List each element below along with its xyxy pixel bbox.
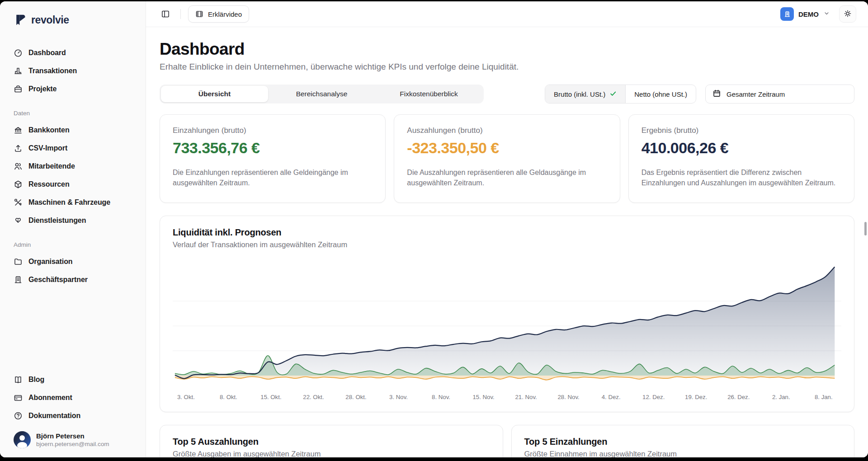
page-title: Dashboard <box>160 40 854 59</box>
kpi-description: Die Einzahlungen repräsentieren alle Gel… <box>173 167 367 188</box>
sidebar-item-geschaeftspartner[interactable]: Geschäftspartner <box>0 271 146 289</box>
users-icon <box>14 162 23 171</box>
vat-toggle: Brutto (inkl. USt.) Netto (ohne USt.) <box>545 85 696 103</box>
upload-icon <box>14 144 23 153</box>
sidebar-item-mitarbeitende[interactable]: Mitarbeitende <box>0 157 146 175</box>
sidebar-item-blog[interactable]: Blog <box>0 371 146 389</box>
film-icon <box>195 10 203 18</box>
sidebar-section-admin: Admin <box>0 241 146 248</box>
sidebar-item-label: Bankkonten <box>28 126 70 134</box>
sidebar-item-maschinen-fahrzeuge[interactable]: Maschinen & Fahrzeuge <box>0 193 146 212</box>
svg-text:8. Okt.: 8. Okt. <box>220 394 237 400</box>
sidebar-section-daten: Daten <box>0 110 146 117</box>
main-area: Erklärvideo DEMO Dashboard Erhalte Einbl… <box>146 1 868 457</box>
check-icon <box>609 90 617 99</box>
scrollbar-thumb[interactable] <box>864 222 867 235</box>
sidebar-item-abonnement[interactable]: Abonnement <box>0 389 146 407</box>
hand-heart-icon <box>14 216 23 225</box>
card-title: Top 5 Einzahlungen <box>524 437 842 447</box>
user-name: Björn Petersen <box>36 432 109 440</box>
kpi-value: 733.356,76 € <box>173 139 373 157</box>
sidebar-item-dienstleistungen[interactable]: Dienstleistungen <box>0 212 146 230</box>
explainer-video-button[interactable]: Erklärvideo <box>188 5 249 23</box>
tab-fixkostenueberblick[interactable]: Fixkostenüberblick <box>375 86 482 102</box>
svg-text:8. Nov.: 8. Nov. <box>432 394 450 400</box>
svg-text:26. Dez.: 26. Dez. <box>727 394 750 400</box>
sidebar-item-label: Abonnement <box>28 394 72 402</box>
vat-option-netto[interactable]: Netto (ohne USt.) <box>625 85 696 103</box>
controls-row: Übersicht Bereichsanalyse Fixkostenüberb… <box>160 85 854 103</box>
brand[interactable]: revolvie <box>0 13 146 27</box>
topbar-divider <box>180 9 181 19</box>
kpi-card-auszahlungen: Auszahlungen (brutto) -323.350,50 € Die … <box>394 114 620 203</box>
vat-option-label: Netto (ohne USt.) <box>634 90 687 98</box>
kpi-description: Das Ergebnis repräsentiert die Differenz… <box>642 167 836 188</box>
card-subtitle: Größte Einnahmen im ausgewählten Zeitrau… <box>524 450 842 457</box>
liquidity-chart-card: Liquidität inkl. Prognosen Verlauf der T… <box>160 216 854 412</box>
top5-einzahlungen-card: Top 5 Einzahlungen Größte Einnahmen im a… <box>511 425 855 457</box>
liquidity-chart-svg: 3. Okt.8. Okt.15. Okt.22. Okt.28. Okt.3.… <box>173 256 841 405</box>
sidebar-footer-nav: Blog Abonnement Dokumentation <box>0 371 146 425</box>
vat-option-label: Brutto (inkl. USt.) <box>554 90 605 98</box>
view-tabs: Übersicht Bereichsanalyse Fixkostenüberb… <box>160 85 484 103</box>
sidebar-item-label: Blog <box>28 376 44 384</box>
page-content: Dashboard Erhalte Einblicke in dein Unte… <box>146 27 868 457</box>
topbar: Erklärvideo DEMO <box>146 1 868 27</box>
svg-text:3. Okt.: 3. Okt. <box>177 394 195 400</box>
theme-toggle-button[interactable] <box>839 5 856 23</box>
kpi-description: Die Auszahlungen repräsentieren alle Gel… <box>407 167 601 188</box>
top5-auszahlungen-card: Top 5 Auszahlungen Größte Ausgaben im au… <box>160 425 503 457</box>
svg-text:28. Okt.: 28. Okt. <box>345 394 366 400</box>
user-menu[interactable]: Björn Petersen bjoern.petersen@mail.com <box>0 425 146 448</box>
kpi-card-ergebnis: Ergebnis (brutto) 410.006,26 € Das Ergeb… <box>628 114 854 203</box>
svg-text:4. Dez.: 4. Dez. <box>602 394 621 400</box>
bottom-cards-row: Top 5 Auszahlungen Größte Ausgaben im au… <box>160 425 854 457</box>
book-open-icon <box>14 375 23 384</box>
org-building-icon <box>780 7 794 21</box>
svg-text:3. Nov.: 3. Nov. <box>389 394 408 400</box>
chart-title: Liquidität inkl. Prognosen <box>173 227 841 238</box>
kpi-value: -323.350,50 € <box>407 139 607 157</box>
package-icon <box>14 180 23 189</box>
sidebar-nav: Dashboard Transaktionen Projekte Daten B… <box>0 44 146 289</box>
explainer-video-label: Erklärvideo <box>208 10 242 18</box>
org-name: DEMO <box>798 10 819 18</box>
svg-text:15. Nov.: 15. Nov. <box>472 394 494 400</box>
help-circle-icon <box>14 411 23 420</box>
avatar <box>14 431 31 448</box>
revolvie-logo-icon <box>14 13 27 27</box>
sidebar-item-projekte[interactable]: Projekte <box>0 80 146 98</box>
sidebar-spacer <box>0 289 146 371</box>
sidebar-toggle-button[interactable] <box>158 6 173 22</box>
topbar-right: DEMO <box>780 5 856 23</box>
kpi-card-einzahlungen: Einzahlungen (brutto) 733.356,76 € Die E… <box>160 114 386 203</box>
kpi-row: Einzahlungen (brutto) 733.356,76 € Die E… <box>160 114 854 203</box>
sidebar-item-dashboard[interactable]: Dashboard <box>0 44 146 62</box>
tab-uebersicht[interactable]: Übersicht <box>161 86 268 102</box>
page-subtitle: Erhalte Einblicke in dein Unternehmen, ü… <box>160 62 854 72</box>
tab-bereichsanalyse[interactable]: Bereichsanalyse <box>268 86 375 102</box>
vat-option-brutto[interactable]: Brutto (inkl. USt.) <box>545 85 625 103</box>
sidebar-item-label: Ressourcen <box>28 180 70 188</box>
liquidity-chart[interactable]: 3. Okt.8. Okt.15. Okt.22. Okt.28. Okt.3.… <box>173 256 841 405</box>
controls-right: Brutto (inkl. USt.) Netto (ohne USt.) Ge… <box>545 85 854 103</box>
sidebar-item-organisation[interactable]: Organisation <box>0 253 146 271</box>
svg-text:15. Okt.: 15. Okt. <box>260 394 281 400</box>
panel-left-icon <box>161 9 170 19</box>
calendar-icon <box>712 89 721 99</box>
chart-subtitle: Verlauf der Transaktionen im ausgewählte… <box>173 240 841 249</box>
svg-text:8. Jan.: 8. Jan. <box>815 394 833 400</box>
sidebar-item-dokumentation[interactable]: Dokumentation <box>0 407 146 425</box>
brand-name: revolvie <box>31 14 69 26</box>
sidebar-item-csv-import[interactable]: CSV-Import <box>0 139 146 157</box>
sidebar-item-label: Dokumentation <box>28 412 80 420</box>
sidebar-item-transaktionen[interactable]: Transaktionen <box>0 62 146 80</box>
sidebar-item-bankkonten[interactable]: Bankkonten <box>0 121 146 139</box>
kpi-label: Ergebnis (brutto) <box>642 126 841 135</box>
org-switcher[interactable]: DEMO <box>780 7 830 21</box>
sidebar-item-ressourcen[interactable]: Ressourcen <box>0 175 146 193</box>
app-window: revolvie Dashboard Transaktionen Projekt… <box>0 1 868 457</box>
kpi-value: 410.006,26 € <box>642 139 841 157</box>
sidebar-item-label: Maschinen & Fahrzeuge <box>28 198 110 207</box>
date-range-button[interactable]: Gesamter Zeitraum <box>705 85 854 103</box>
